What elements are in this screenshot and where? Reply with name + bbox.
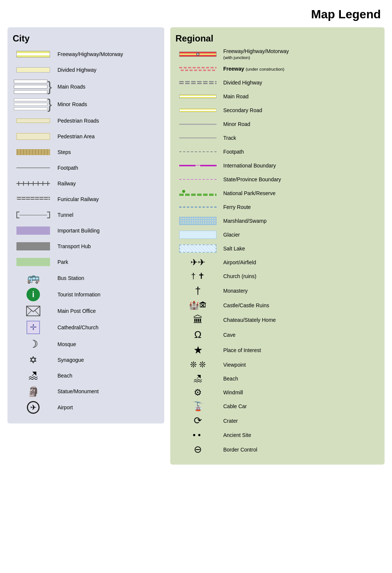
- post-office-icon: [26, 306, 40, 316]
- reg-freeway-symbol: [179, 52, 217, 57]
- item-label: Transport Hub: [57, 243, 159, 249]
- reg-beach-icon: 🏖: [183, 373, 213, 384]
- reg-secondary-road-symbol: [179, 108, 217, 112]
- list-item: Steps: [13, 146, 159, 158]
- item-label: International Boundary: [223, 163, 379, 169]
- list-item: Secondary Road: [175, 105, 379, 115]
- item-label: Viewpoint: [223, 362, 379, 368]
- item-label: Beach: [57, 373, 159, 379]
- list-item: National Park/Reserve: [175, 188, 379, 198]
- item-label: Tunnel: [57, 212, 159, 218]
- list-item: Transport Hub: [13, 240, 159, 252]
- item-label: State/Province Boundary: [223, 176, 379, 182]
- item-label: Mosque: [57, 341, 159, 347]
- item-label: Monastery: [223, 288, 379, 294]
- tunnel-symbol: [16, 211, 50, 219]
- list-item: Main Road: [175, 91, 379, 102]
- list-item: 🚡 Cable Car: [175, 401, 379, 412]
- item-label: Divided Highway: [57, 67, 159, 73]
- steps-symbol: [16, 149, 50, 155]
- reg-national-park-symbol: [179, 191, 217, 196]
- list-item: 🏖 Beach: [175, 373, 379, 384]
- item-label: Castle/Castle Ruins: [223, 302, 379, 308]
- list-item: Important Building: [13, 225, 159, 237]
- reg-marshland-symbol: [179, 217, 217, 225]
- item-label: Main Road: [223, 93, 379, 99]
- list-item: •• Ancient Site: [175, 430, 379, 440]
- item-label: Track: [223, 135, 379, 141]
- item-label: Church (ruins): [223, 273, 379, 279]
- divided-highway-symbol: [16, 67, 50, 73]
- item-label: Divided Highway: [223, 80, 379, 86]
- item-label: Airport: [57, 404, 159, 410]
- list-item: Ω Cave: [175, 329, 379, 341]
- item-label: Funicular Railway: [57, 196, 159, 202]
- item-label: Cathedral/Church: [57, 324, 159, 330]
- reg-windmill-icon: ⚙: [183, 387, 213, 398]
- list-item: Track: [175, 133, 379, 143]
- reg-divided-symbol: [179, 81, 217, 84]
- airport-city-icon: ✈: [27, 401, 40, 414]
- reg-glacier-symbol: [179, 231, 217, 239]
- list-item: Ferry Route: [175, 202, 379, 212]
- reg-state-boundary-symbol: [179, 179, 217, 180]
- reg-footpath-symbol: [179, 151, 217, 152]
- transport-hub-symbol: [16, 242, 50, 250]
- brace-icon: }: [47, 80, 52, 93]
- item-label: Beach: [223, 376, 379, 382]
- reg-cave-icon: Ω: [183, 329, 213, 341]
- list-item: ⚙ Windmill: [175, 387, 379, 398]
- list-item: ☽ Mosque: [13, 338, 159, 350]
- reg-castle-icon: 🏰🏚: [183, 301, 213, 310]
- railway-symbol: [16, 181, 50, 186]
- list-item: ✛ Cathedral/Church: [13, 321, 159, 334]
- item-label: Airport/Airfield: [223, 259, 379, 265]
- item-label: Footpath: [57, 165, 159, 171]
- list-item: State/Province Boundary: [175, 174, 379, 185]
- regional-panel: Regional Freeway/Highway/Motorway(with j…: [170, 27, 385, 465]
- item-label: Windmill: [223, 389, 379, 395]
- item-label: Ferry Route: [223, 204, 379, 210]
- list-item: ⟳ Crater: [175, 415, 379, 426]
- list-item: Funicular Railway: [13, 193, 159, 205]
- item-label: Place of Interest: [223, 347, 379, 353]
- footpath-symbol: [16, 167, 50, 168]
- list-item: ⊖ Border Control: [175, 444, 379, 455]
- list-item: Railway: [13, 178, 159, 190]
- reg-minor-road-symbol: [179, 124, 217, 125]
- item-label: Minor Road: [223, 121, 379, 127]
- reg-crater-icon: ⟳: [183, 415, 213, 426]
- list-item: 🏛 Chateau/Stately Home: [175, 314, 379, 326]
- park-symbol: [16, 258, 50, 266]
- reg-main-road-symbol: [179, 95, 217, 98]
- item-label: Synagogue: [57, 357, 159, 363]
- list-item: 🏖 Beach: [13, 370, 159, 382]
- city-panel: City Freeway/Highway/Motorway Divided Hi…: [7, 27, 164, 423]
- tourist-info-icon: i: [27, 288, 40, 301]
- svg-line-0: [27, 310, 32, 315]
- reg-track-symbol: [179, 138, 217, 138]
- reg-intl-boundary-symbol: [179, 165, 217, 166]
- reg-airport-icon: ✈✈: [183, 257, 213, 268]
- item-label: Cave: [223, 332, 379, 338]
- reg-monastery-icon: †: [183, 285, 213, 297]
- reg-ancient-site-icon: ••: [183, 430, 213, 440]
- item-label: Cable Car: [223, 403, 379, 409]
- reg-border-control-icon: ⊖: [183, 444, 213, 455]
- item-label: Main Post Office: [57, 308, 159, 314]
- item-label: Minor Roads: [57, 101, 159, 107]
- pedestrian-area-symbol: [16, 133, 50, 140]
- item-label: Ancient Site: [223, 432, 379, 438]
- item-label: Park: [57, 259, 159, 265]
- mosque-icon: ☽: [22, 338, 44, 350]
- item-label: National Park/Reserve: [223, 190, 379, 196]
- list-item: } Minor Roads: [13, 98, 159, 111]
- list-item: Park: [13, 256, 159, 268]
- list-item: Freeway/Highway/Motorway: [13, 48, 159, 60]
- list-item: Freeway (under construction): [175, 64, 379, 74]
- svg-line-1: [35, 310, 40, 315]
- city-panel-title: City: [13, 33, 159, 44]
- cathedral-icon: ✛: [27, 321, 40, 334]
- funicular-symbol: [16, 196, 50, 202]
- beach-city-icon: 🏖: [22, 370, 44, 382]
